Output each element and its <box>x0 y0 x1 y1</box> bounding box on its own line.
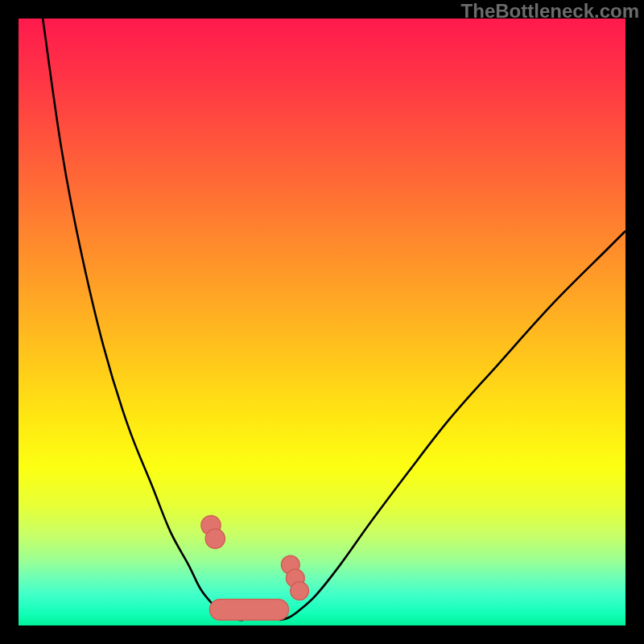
watermark-text: TheBottleneck.com <box>461 0 639 23</box>
data-marker <box>205 529 225 548</box>
chart-frame: TheBottleneck.com <box>0 0 644 644</box>
curve-right-branch <box>279 231 625 620</box>
bottom-pill-marker <box>210 600 289 621</box>
data-markers <box>201 516 308 621</box>
data-marker <box>291 582 309 601</box>
chart-svg <box>19 19 625 625</box>
